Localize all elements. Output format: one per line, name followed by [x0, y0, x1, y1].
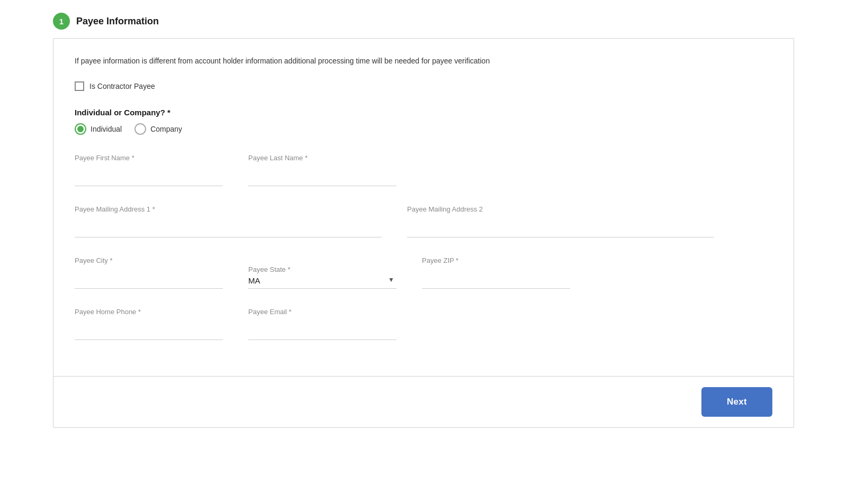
radio-row: Individual Company	[75, 123, 772, 135]
address2-input[interactable]	[407, 215, 714, 237]
city-group: Payee City *	[75, 256, 223, 289]
email-group: Payee Email *	[248, 308, 397, 340]
phone-group: Payee Home Phone *	[75, 308, 223, 340]
radio-option-company[interactable]: Company	[134, 123, 182, 135]
info-message: If payee information is different from a…	[75, 56, 772, 67]
last-name-label: Payee Last Name *	[248, 154, 308, 162]
zip-group: Payee ZIP *	[422, 256, 570, 289]
phone-input[interactable]	[75, 317, 223, 340]
last-name-group: Payee Last Name *	[248, 154, 397, 186]
radio-individual[interactable]	[75, 123, 86, 135]
state-group: Payee State * MA AL AK AZ CA CO CT NY TX	[248, 265, 397, 289]
step-badge: 1	[53, 13, 70, 30]
first-name-label: Payee First Name *	[75, 154, 134, 162]
city-label: Payee City *	[75, 256, 113, 264]
footer-bar: Next	[53, 376, 794, 427]
name-row: Payee First Name * Payee Last Name *	[75, 154, 772, 186]
email-label: Payee Email *	[248, 308, 292, 316]
form-content: If payee information is different from a…	[53, 39, 794, 376]
address-row: Payee Mailing Address 1 * Payee Mailing …	[75, 205, 772, 237]
address2-group: Payee Mailing Address 2	[407, 205, 714, 237]
zip-input[interactable]	[422, 266, 570, 289]
city-input[interactable]	[75, 266, 223, 289]
first-name-input[interactable]	[75, 163, 223, 186]
address1-label: Payee Mailing Address 1 *	[75, 205, 155, 213]
next-button[interactable]: Next	[701, 387, 772, 417]
contractor-checkbox[interactable]	[75, 81, 84, 91]
radio-individual-label[interactable]: Individual	[91, 125, 122, 133]
last-name-input[interactable]	[248, 163, 397, 186]
phone-label: Payee Home Phone *	[75, 308, 141, 316]
state-select-wrapper: MA AL AK AZ CA CO CT NY TX FL ▼	[248, 265, 397, 289]
individual-company-label: Individual or Company? *	[75, 108, 772, 117]
zip-label: Payee ZIP *	[422, 256, 458, 264]
state-select[interactable]: MA AL AK AZ CA CO CT NY TX FL	[248, 265, 397, 289]
radio-company-label[interactable]: Company	[150, 125, 182, 133]
radio-company[interactable]	[134, 123, 146, 135]
address2-label: Payee Mailing Address 2	[407, 205, 483, 213]
address1-group: Payee Mailing Address 1 *	[75, 205, 382, 237]
section-header: 1 Payee Information	[53, 13, 794, 30]
radio-option-individual[interactable]: Individual	[75, 123, 122, 135]
email-input[interactable]	[248, 317, 397, 340]
city-state-zip-row: Payee City * Payee State * MA AL AK AZ C…	[75, 256, 772, 289]
individual-company-group: Individual or Company? * Individual Comp…	[75, 108, 772, 135]
form-card: If payee information is different from a…	[53, 38, 794, 428]
address1-input[interactable]	[75, 215, 382, 237]
phone-email-row: Payee Home Phone * Payee Email *	[75, 308, 772, 340]
contractor-checkbox-label[interactable]: Is Contractor Payee	[89, 82, 155, 90]
contractor-checkbox-row: Is Contractor Payee	[75, 81, 772, 91]
first-name-group: Payee First Name *	[75, 154, 223, 186]
section-title: Payee Information	[76, 16, 159, 27]
